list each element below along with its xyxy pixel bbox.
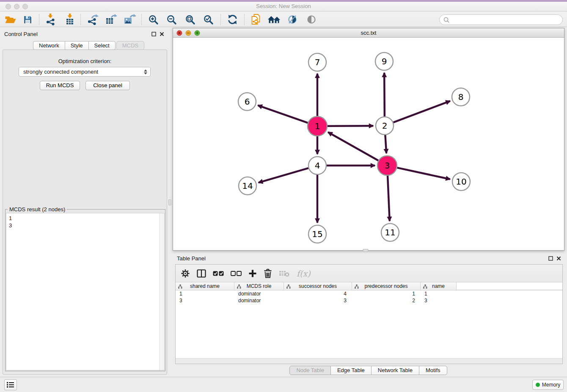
table-cell[interactable]: 3 bbox=[421, 297, 457, 304]
graph-edge-1-6[interactable] bbox=[258, 105, 308, 123]
network-canvas[interactable]: 7968124314101511 bbox=[173, 38, 564, 250]
hide-graphics-details-button[interactable] bbox=[285, 13, 301, 26]
graph-edge-4-14[interactable] bbox=[259, 168, 308, 182]
graph-node-4[interactable]: 4 bbox=[308, 157, 326, 174]
table-row[interactable]: 3dominator323 bbox=[176, 297, 562, 304]
close-table-panel-icon[interactable] bbox=[556, 256, 561, 261]
graph-node-label: 14 bbox=[242, 181, 253, 191]
export-network-button[interactable] bbox=[85, 13, 101, 26]
control-panel-tab-select[interactable]: Select bbox=[88, 41, 116, 50]
graph-edge-1-2[interactable] bbox=[328, 126, 373, 126]
export-image-button[interactable] bbox=[122, 13, 138, 26]
zoom-in-button[interactable] bbox=[145, 13, 161, 26]
column-header-predecessor-nodes[interactable]: predecessor nodes bbox=[352, 282, 421, 290]
frame-close-button[interactable] bbox=[176, 30, 182, 37]
graph-node-2[interactable]: 2 bbox=[376, 117, 394, 135]
graph-edge-2-8[interactable] bbox=[394, 101, 450, 123]
delete-row-button[interactable] bbox=[264, 269, 272, 278]
table-settings-button[interactable] bbox=[181, 269, 190, 278]
save-session-button[interactable] bbox=[19, 13, 36, 26]
memory-button[interactable]: Memory bbox=[532, 380, 564, 390]
table-bottom-strip bbox=[176, 358, 562, 364]
column-header-shared-name[interactable]: shared name bbox=[176, 282, 234, 290]
table-tab-network-table[interactable]: Network Table bbox=[371, 366, 419, 375]
table-cell[interactable]: 4 bbox=[284, 290, 352, 297]
import-table-button[interactable] bbox=[62, 13, 78, 26]
graph-edge-3-1[interactable] bbox=[328, 132, 378, 160]
graph-edge-2-3[interactable] bbox=[385, 135, 386, 153]
control-panel-tab-style[interactable]: Style bbox=[65, 41, 89, 50]
column-header-MCDS-role[interactable]: MCDS role bbox=[234, 282, 284, 290]
table-row[interactable]: 1dominator411 bbox=[176, 290, 562, 297]
search-input[interactable] bbox=[451, 16, 562, 24]
graph-node-10[interactable]: 10 bbox=[452, 173, 470, 190]
table-cell[interactable]: dominator bbox=[234, 297, 284, 304]
delete-table-button[interactable] bbox=[279, 270, 290, 277]
table-panel-title: Table Panel bbox=[177, 255, 206, 262]
import-table-icon bbox=[64, 14, 75, 25]
result-scrollbar[interactable] bbox=[159, 213, 164, 370]
network-frame-title: scc.txt bbox=[173, 28, 564, 37]
table-cell[interactable]: 1 bbox=[176, 290, 234, 297]
close-panel-icon[interactable] bbox=[160, 32, 164, 36]
zoom-in-icon bbox=[148, 14, 159, 25]
export-table-button[interactable] bbox=[103, 13, 119, 26]
apply-layout-button[interactable] bbox=[224, 13, 240, 26]
show-panels-button[interactable] bbox=[4, 379, 17, 390]
graph-node-15[interactable]: 15 bbox=[308, 225, 326, 243]
graph-edge-3-11[interactable] bbox=[388, 176, 390, 221]
add-row-button[interactable] bbox=[248, 269, 257, 278]
zoom-out-button[interactable] bbox=[163, 13, 179, 26]
mcds-result-textarea[interactable]: 13 bbox=[6, 213, 165, 370]
criterion-dropdown[interactable]: strongly connected component bbox=[19, 67, 151, 77]
open-session-button[interactable] bbox=[3, 13, 19, 26]
graph-node-7[interactable]: 7 bbox=[308, 53, 326, 71]
run-mcds-button[interactable]: Run MCDS bbox=[40, 81, 80, 90]
column-header-name[interactable]: name bbox=[421, 282, 457, 290]
table-tab-motifs[interactable]: Motifs bbox=[419, 366, 447, 375]
table-cell[interactable]: 2 bbox=[352, 297, 421, 304]
float-table-panel-icon[interactable] bbox=[548, 256, 553, 261]
search-box[interactable] bbox=[439, 14, 563, 25]
graph-edge-3-10[interactable] bbox=[397, 168, 450, 179]
graph-node-3[interactable]: 3 bbox=[377, 156, 397, 175]
window-accent-strip bbox=[0, 0, 567, 2]
table-cell[interactable]: 1 bbox=[352, 290, 421, 297]
table-cell[interactable]: 1 bbox=[421, 290, 457, 297]
frame-minimize-button[interactable] bbox=[185, 30, 191, 37]
horizontal-splitter-handle[interactable] bbox=[363, 249, 368, 252]
control-panel-tab-network[interactable]: Network bbox=[33, 41, 65, 50]
function-builder-button[interactable]: f(x) bbox=[297, 269, 311, 278]
memory-status-icon bbox=[536, 383, 540, 387]
control-panel-tab-mcds[interactable]: MCDS bbox=[116, 41, 144, 50]
zoom-fit-button[interactable] bbox=[182, 13, 198, 26]
frame-maximize-button[interactable] bbox=[194, 30, 200, 37]
graph-node-14[interactable]: 14 bbox=[239, 177, 256, 195]
graph-node-1[interactable]: 1 bbox=[308, 116, 327, 136]
network-view-frame: scc.txt 7968124314101511 bbox=[173, 28, 564, 251]
graph-node-8[interactable]: 8 bbox=[452, 88, 470, 106]
table-cell[interactable]: dominator bbox=[234, 290, 284, 297]
column-header-successor-nodes[interactable]: successor nodes bbox=[284, 282, 352, 290]
toolbar-separator bbox=[80, 14, 81, 25]
table-tab-node-table[interactable]: Node Table bbox=[289, 366, 331, 375]
table-tab-edge-table[interactable]: Edge Table bbox=[330, 366, 372, 375]
table-cell[interactable]: 3 bbox=[284, 297, 352, 304]
show-graphics-details-button[interactable] bbox=[303, 13, 319, 26]
zoom-selected-button[interactable] bbox=[200, 13, 216, 26]
graph-node-11[interactable]: 11 bbox=[381, 224, 399, 241]
select-all-button[interactable] bbox=[213, 270, 224, 277]
graph-node-9[interactable]: 9 bbox=[375, 52, 393, 70]
graph-node-6[interactable]: 6 bbox=[238, 93, 256, 110]
float-panel-icon[interactable] bbox=[151, 32, 156, 36]
vertical-splitter-handle[interactable] bbox=[168, 199, 171, 205]
graph-edge-2-9[interactable] bbox=[384, 73, 385, 116]
import-network-button[interactable] bbox=[42, 13, 58, 26]
deselect-all-button[interactable] bbox=[231, 270, 242, 277]
network-frame-titlebar[interactable]: scc.txt bbox=[173, 28, 564, 38]
home-button[interactable] bbox=[266, 13, 282, 26]
show-column-button[interactable] bbox=[197, 269, 206, 278]
clone-network-button[interactable] bbox=[248, 13, 264, 26]
table-cell[interactable]: 3 bbox=[176, 297, 234, 304]
close-panel-button[interactable]: Close panel bbox=[85, 81, 130, 90]
